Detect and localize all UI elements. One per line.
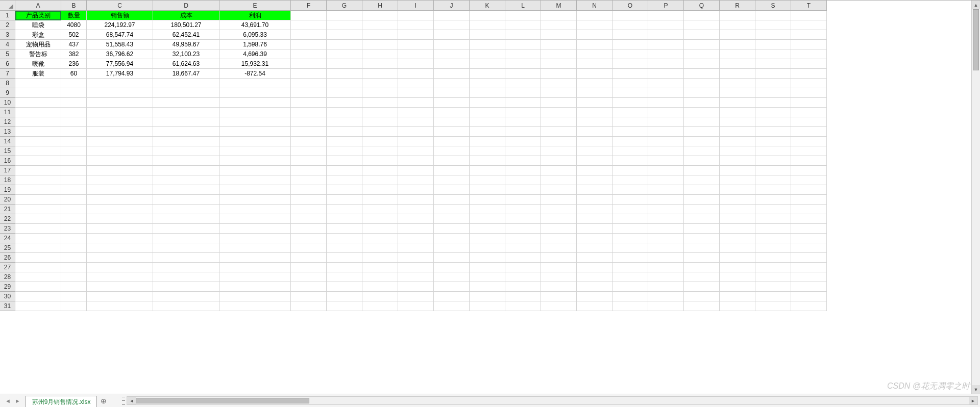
cell-Q23[interactable] (684, 224, 720, 234)
cell-B8[interactable] (61, 79, 87, 88)
cell-G27[interactable] (327, 263, 362, 272)
cell-L21[interactable] (505, 205, 541, 214)
cell-P11[interactable] (648, 108, 684, 117)
cell-Q14[interactable] (684, 137, 720, 146)
cell-N5[interactable] (577, 49, 612, 59)
cell-I6[interactable] (398, 59, 434, 69)
cell-H30[interactable] (362, 292, 398, 301)
cell-L3[interactable] (505, 30, 541, 40)
cell-F23[interactable] (291, 224, 327, 234)
cell-G6[interactable] (327, 59, 362, 69)
cell-N19[interactable] (577, 185, 612, 195)
cell-R25[interactable] (720, 243, 755, 253)
cell-L12[interactable] (505, 117, 541, 127)
cell-J7[interactable] (434, 69, 470, 79)
cell-E19[interactable] (219, 185, 291, 195)
cell-S29[interactable] (755, 282, 791, 292)
cell-T16[interactable] (791, 156, 827, 166)
cell-R7[interactable] (720, 69, 755, 79)
cell-T4[interactable] (791, 40, 827, 49)
cell-C5[interactable]: 36,796.62 (87, 49, 153, 59)
cell-H26[interactable] (362, 253, 398, 263)
row-header-20[interactable]: 20 (0, 195, 15, 205)
cell-I15[interactable] (398, 146, 434, 156)
cell-C11[interactable] (87, 108, 153, 117)
cell-E2[interactable]: 43,691.70 (219, 20, 291, 30)
cell-H17[interactable] (362, 166, 398, 175)
row-header-23[interactable]: 23 (0, 224, 15, 234)
cell-J23[interactable] (434, 224, 470, 234)
cell-D24[interactable] (153, 234, 219, 243)
row-header-31[interactable]: 31 (0, 301, 15, 311)
cell-I12[interactable] (398, 117, 434, 127)
cell-F1[interactable] (291, 11, 327, 20)
row-header-6[interactable]: 6 (0, 59, 15, 69)
cell-E11[interactable] (219, 108, 291, 117)
cell-D30[interactable] (153, 292, 219, 301)
cell-P24[interactable] (648, 234, 684, 243)
cell-D7[interactable]: 18,667.47 (153, 69, 219, 79)
cell-L31[interactable] (505, 301, 541, 311)
cell-I13[interactable] (398, 127, 434, 137)
cell-J5[interactable] (434, 49, 470, 59)
cell-H5[interactable] (362, 49, 398, 59)
cell-B6[interactable]: 236 (61, 59, 87, 69)
cell-R3[interactable] (720, 30, 755, 40)
cell-E5[interactable]: 4,696.39 (219, 49, 291, 59)
cell-L24[interactable] (505, 234, 541, 243)
cell-K6[interactable] (470, 59, 505, 69)
select-all-corner[interactable] (0, 1, 15, 11)
cell-O3[interactable] (612, 30, 648, 40)
cell-A20[interactable] (15, 195, 61, 205)
cell-Q5[interactable] (684, 49, 720, 59)
row-header-13[interactable]: 13 (0, 127, 15, 137)
cell-H6[interactable] (362, 59, 398, 69)
cell-B14[interactable] (61, 137, 87, 146)
cell-O18[interactable] (612, 175, 648, 185)
cell-J6[interactable] (434, 59, 470, 69)
cell-B26[interactable] (61, 253, 87, 263)
cell-Q2[interactable] (684, 20, 720, 30)
cell-J2[interactable] (434, 20, 470, 30)
cell-Q13[interactable] (684, 127, 720, 137)
cell-O16[interactable] (612, 156, 648, 166)
cell-B24[interactable] (61, 234, 87, 243)
cell-B2[interactable]: 4080 (61, 20, 87, 30)
cell-T12[interactable] (791, 117, 827, 127)
cell-J13[interactable] (434, 127, 470, 137)
cell-H12[interactable] (362, 117, 398, 127)
cell-D20[interactable] (153, 195, 219, 205)
cell-L20[interactable] (505, 195, 541, 205)
cell-R21[interactable] (720, 205, 755, 214)
cell-G12[interactable] (327, 117, 362, 127)
cell-J18[interactable] (434, 175, 470, 185)
cell-C31[interactable] (87, 301, 153, 311)
cell-C3[interactable]: 68,547.74 (87, 30, 153, 40)
cell-L15[interactable] (505, 146, 541, 156)
hscroll-track[interactable] (136, 397, 969, 404)
cell-E30[interactable] (219, 292, 291, 301)
row-header-28[interactable]: 28 (0, 272, 15, 282)
cell-T28[interactable] (791, 272, 827, 282)
cell-A21[interactable] (15, 205, 61, 214)
cell-A31[interactable] (15, 301, 61, 311)
cell-I27[interactable] (398, 263, 434, 272)
cell-B7[interactable]: 60 (61, 69, 87, 79)
cell-G31[interactable] (327, 301, 362, 311)
cell-Q12[interactable] (684, 117, 720, 127)
cell-P18[interactable] (648, 175, 684, 185)
cell-G11[interactable] (327, 108, 362, 117)
row-header-4[interactable]: 4 (0, 40, 15, 49)
cell-T25[interactable] (791, 243, 827, 253)
cell-M24[interactable] (541, 234, 577, 243)
cell-E4[interactable]: 1,598.76 (219, 40, 291, 49)
cell-F12[interactable] (291, 117, 327, 127)
cell-F22[interactable] (291, 214, 327, 224)
cell-Q1[interactable] (684, 11, 720, 20)
cell-E14[interactable] (219, 137, 291, 146)
cell-J12[interactable] (434, 117, 470, 127)
cell-B3[interactable]: 502 (61, 30, 87, 40)
cell-R17[interactable] (720, 166, 755, 175)
cell-F28[interactable] (291, 272, 327, 282)
cell-T18[interactable] (791, 175, 827, 185)
